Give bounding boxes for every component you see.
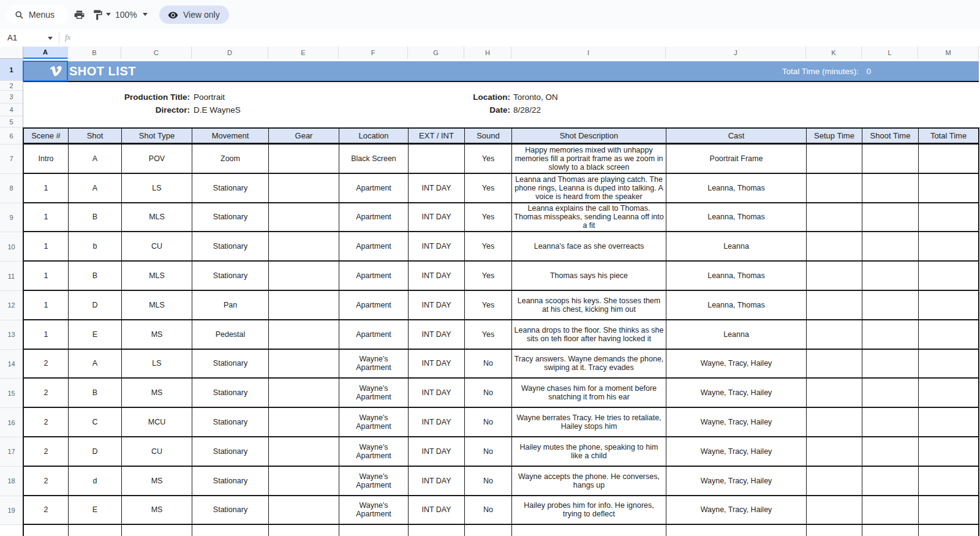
row-header-17[interactable]: 17	[0, 437, 23, 467]
table-cell[interactable]	[269, 467, 339, 495]
header-cell[interactable]: Sound	[465, 129, 512, 143]
column-header-K[interactable]: K	[806, 47, 862, 59]
row-header-16[interactable]: 16	[0, 408, 23, 437]
table-cell[interactable]: Wayne's Apartment	[339, 350, 409, 378]
row-header-7[interactable]: 7	[0, 145, 23, 174]
table-cell[interactable]	[807, 232, 862, 260]
table-cell[interactable]: Wayne, Tracy, Hailey	[666, 467, 807, 495]
table-cell[interactable]: Apartment	[339, 262, 409, 290]
zoom-level[interactable]: 100%	[115, 10, 137, 20]
table-cell[interactable]: Stationary	[192, 203, 269, 232]
table-cell[interactable]: B	[69, 379, 122, 407]
table-cell[interactable]: No	[465, 467, 512, 495]
column-header-H[interactable]: H	[464, 47, 511, 59]
table-cell[interactable]: Apartment	[339, 320, 409, 349]
table-cell[interactable]	[862, 467, 919, 495]
table-cell[interactable]: 2	[24, 379, 69, 407]
table-cell[interactable]: E	[69, 496, 122, 524]
table-cell[interactable]: 1	[24, 174, 69, 202]
column-header-M[interactable]: M	[918, 47, 979, 59]
header-cell[interactable]: Movement	[192, 129, 269, 143]
header-cell[interactable]: Shot Type	[122, 129, 192, 143]
table-cell[interactable]: CU	[122, 437, 192, 466]
table-cell[interactable]	[192, 525, 269, 536]
table-cell[interactable]	[269, 320, 339, 349]
table-cell[interactable]: 1	[24, 262, 69, 290]
row-header-11[interactable]: 11	[0, 262, 23, 291]
table-cell[interactable]: MS	[122, 379, 192, 407]
column-header-B[interactable]: B	[68, 47, 121, 59]
table-cell[interactable]: Hailey probes him for info. He ignores, …	[512, 496, 666, 524]
table-cell[interactable]: A	[69, 350, 122, 378]
table-cell[interactable]: No	[465, 408, 512, 436]
table-cell[interactable]: Apartment	[339, 174, 409, 202]
table-cell[interactable]: Wayne's Apartment	[339, 467, 409, 495]
table-cell[interactable]: Yes	[465, 262, 512, 290]
table-cell[interactable]	[862, 174, 919, 202]
table-cell[interactable]	[862, 291, 919, 319]
table-cell[interactable]: INT DAY	[409, 203, 465, 232]
table-cell[interactable]: Zoom	[192, 145, 269, 173]
header-cell[interactable]: Total Time	[919, 129, 979, 143]
row-header-10[interactable]: 10	[0, 232, 23, 262]
table-cell[interactable]: Tracy answers. Wayne demands the phone, …	[512, 350, 666, 378]
table-cell[interactable]	[919, 145, 979, 173]
table-cell[interactable]: INT DAY	[409, 291, 465, 319]
table-cell[interactable]	[122, 525, 192, 536]
table-cell[interactable]: INT DAY	[409, 467, 465, 495]
table-cell[interactable]	[465, 525, 512, 536]
table-cell[interactable]: d	[69, 467, 122, 495]
table-cell[interactable]: Wayne chases him for a moment before sna…	[512, 379, 666, 407]
table-cell[interactable]: C	[69, 408, 122, 436]
table-cell[interactable]	[409, 525, 465, 536]
table-cell[interactable]	[862, 320, 919, 349]
table-cell[interactable]	[269, 291, 339, 319]
column-header-I[interactable]: I	[511, 47, 666, 59]
table-cell[interactable]: Intro	[24, 145, 69, 173]
table-cell[interactable]	[807, 320, 862, 349]
table-cell[interactable]: A	[69, 145, 122, 173]
header-cell[interactable]: Shot Description	[512, 129, 666, 143]
total-time-value[interactable]: 0	[866, 61, 871, 81]
header-cell[interactable]: EXT / INT	[409, 129, 465, 143]
date-label[interactable]: Date:	[489, 104, 510, 116]
table-cell[interactable]	[409, 145, 465, 173]
row-header-18[interactable]: 18	[0, 467, 23, 496]
header-cell[interactable]: Cast	[666, 129, 807, 143]
table-cell[interactable]	[269, 262, 339, 290]
header-cell[interactable]: Shot	[69, 129, 122, 143]
table-cell[interactable]: 2	[24, 437, 69, 466]
table-cell[interactable]: INT DAY	[409, 496, 465, 524]
table-cell[interactable]: 2	[24, 496, 69, 524]
print-icon[interactable]	[74, 9, 85, 21]
location-value[interactable]: Toronto, ON	[513, 91, 558, 104]
table-cell[interactable]: MS	[122, 467, 192, 495]
table-cell[interactable]	[862, 496, 919, 524]
table-cell[interactable]: 2	[24, 467, 69, 495]
table-cell[interactable]: No	[465, 350, 512, 378]
table-cell[interactable]: Leanna explains the call to Thomas. Thom…	[512, 203, 666, 232]
table-cell[interactable]: Apartment	[339, 291, 409, 319]
table-cell[interactable]	[919, 291, 979, 319]
table-cell[interactable]	[919, 262, 979, 290]
table-cell[interactable]	[666, 525, 807, 536]
table-cell[interactable]	[269, 232, 339, 260]
column-header-C[interactable]: C	[121, 47, 192, 59]
title-banner-cell[interactable]: SHOT LIST Total Time (minutes): 0	[23, 61, 979, 82]
header-cell[interactable]: Scene #	[24, 129, 69, 143]
table-cell[interactable]	[339, 525, 409, 536]
table-cell[interactable]	[919, 203, 979, 232]
table-cell[interactable]: Leanna, Thomas	[666, 291, 807, 319]
table-cell[interactable]	[807, 467, 862, 495]
table-cell[interactable]: INT DAY	[409, 350, 465, 378]
table-cell[interactable]: No	[465, 496, 512, 524]
row-header-8[interactable]: 8	[0, 174, 23, 203]
row-header-15[interactable]: 15	[0, 379, 23, 408]
table-cell[interactable]: Wayne berrates Tracy. He tries to retali…	[512, 408, 666, 436]
table-cell[interactable]: MCU	[122, 408, 192, 436]
table-cell[interactable]: Wayne, Tracy, Hailey	[666, 350, 807, 378]
table-cell[interactable]	[807, 174, 862, 202]
column-header-D[interactable]: D	[192, 47, 268, 59]
row-header-13[interactable]: 13	[0, 320, 23, 350]
table-cell[interactable]	[269, 408, 339, 436]
